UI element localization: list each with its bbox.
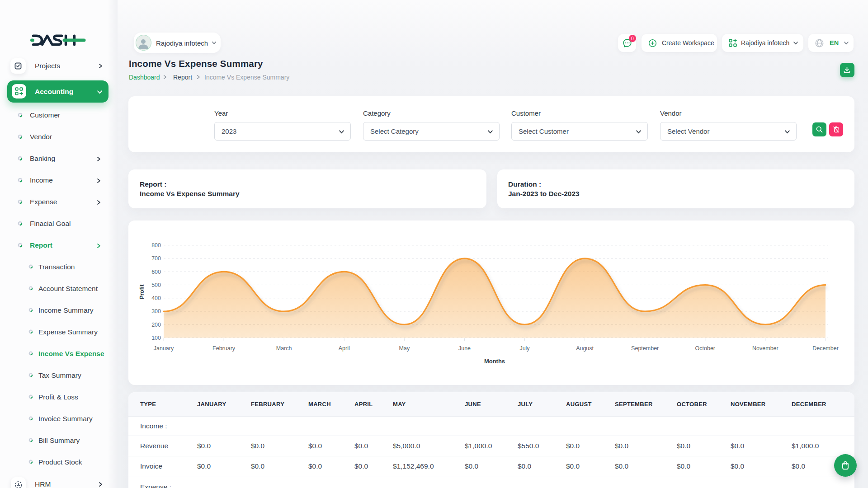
svg-text:600: 600 <box>151 269 161 275</box>
svg-text:May: May <box>399 345 410 352</box>
svg-text:Months: Months <box>484 358 505 365</box>
svg-text:July: July <box>519 345 530 352</box>
svg-text:February: February <box>212 345 236 352</box>
svg-text:500: 500 <box>151 282 161 288</box>
svg-text:August: August <box>576 345 594 352</box>
svg-text:800: 800 <box>151 242 161 249</box>
svg-text:300: 300 <box>151 308 161 314</box>
svg-text:200: 200 <box>151 322 161 328</box>
svg-text:September: September <box>631 345 659 352</box>
svg-text:400: 400 <box>151 295 161 301</box>
svg-text:January: January <box>154 345 174 352</box>
svg-text:June: June <box>458 345 471 352</box>
svg-text:March: March <box>276 345 292 352</box>
svg-text:700: 700 <box>151 255 161 262</box>
svg-text:100: 100 <box>151 335 161 341</box>
svg-text:November: November <box>752 345 778 352</box>
svg-text:December: December <box>812 345 839 352</box>
svg-text:Profit: Profit <box>139 284 145 299</box>
svg-text:October: October <box>695 345 715 352</box>
svg-text:April: April <box>339 345 350 352</box>
